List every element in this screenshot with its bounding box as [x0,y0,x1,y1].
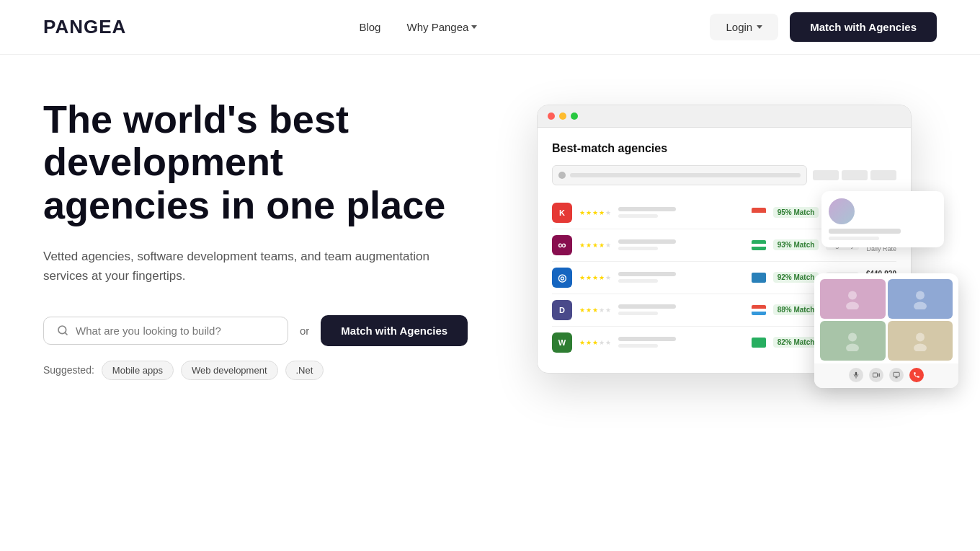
mockup-search-input-bar [570,173,801,177]
video-cell-1 [820,279,886,319]
browser-bar [538,105,911,128]
person-silhouette-3 [842,330,863,351]
or-label: or [300,325,309,337]
hero-section: The world's best development agencies in… [0,55,980,409]
svg-marker-12 [878,374,880,376]
mockup-filter-btn-3 [870,170,896,180]
person-silhouette-4 [909,330,931,351]
hero-content: The world's best development agencies in… [43,98,468,380]
search-icon [57,325,68,336]
agency-stars-5: ★★★★★ [579,339,611,346]
mockup-search-row [552,165,896,185]
svg-point-3 [846,302,859,310]
suggested-tags: Suggested: Mobile apps Web development .… [43,361,468,380]
mockup-title: Best-match agencies [552,142,896,155]
video-cell-4 [888,321,953,361]
agency-flag-5 [752,338,766,348]
search-input[interactable] [76,325,275,337]
agency-logo-5: W [552,332,572,353]
browser-dot-expand [571,113,578,120]
tag-mobile-apps[interactable]: Mobile apps [102,361,174,380]
svg-point-9 [914,344,927,352]
navbar: PANGEA Blog Why Pangea Login Match with … [0,0,980,55]
match-agencies-hero-button[interactable]: Match with Agencies [321,315,468,346]
chevron-down-icon [757,25,762,29]
tag-web-dev[interactable]: Web development [181,361,278,380]
end-call-button[interactable] [909,368,924,382]
agency-flag-2 [752,240,766,250]
mockup-filter-btn-2 [842,170,868,180]
agency-logo-2: ∞ [552,235,572,255]
hero-visual: Best-match agencies K [512,105,937,374]
screen-share-button[interactable] [889,368,904,382]
nav-links: Blog Why Pangea [359,21,477,33]
agency-sub-bar-1 [618,214,658,218]
agency-stars-3: ★★★★★ [579,274,611,281]
suggested-label: Suggested: [43,364,94,376]
chevron-down-icon [471,25,477,29]
nav-logo-area: PANGEA [43,16,126,38]
agency-stars-1: ★★★★★ [579,209,611,216]
tag-dotnet[interactable]: .Net [285,361,324,380]
agency-flag-1 [752,208,766,218]
match-agencies-nav-button[interactable]: Match with Agencies [790,12,937,42]
svg-point-2 [848,291,857,300]
login-button[interactable]: Login [710,14,778,40]
agency-stars-2: ★★★★★ [579,242,611,249]
mockup-filter-btn-1 [813,170,839,180]
browser-dot-minimize [559,113,566,120]
agency-name-bar-2 [618,239,676,244]
agency-sub-bar-2 [618,247,658,250]
nav-link-blog[interactable]: Blog [359,21,380,33]
video-cell-2 [888,279,953,319]
person-avatar [829,198,855,224]
agency-flag-3 [752,273,766,283]
mockup-search-bar [552,165,807,185]
agency-match-4: 88% Match [773,304,819,315]
agency-info-1 [618,207,744,218]
nav-actions: Login Match with Agencies [710,12,937,42]
agency-match-5: 82% Match [773,337,819,348]
agency-sub-bar-4 [618,312,658,315]
agency-match-1: 95% Match [773,207,819,218]
svg-rect-14 [894,372,899,376]
browser-dot-close [548,113,555,120]
person-silhouette-1 [842,288,863,309]
hero-subtitle: Vetted agencies, software development te… [43,247,468,286]
agency-sub-bar-5 [618,344,658,348]
agency-logo-3: ◎ [552,268,572,288]
hero-title: The world's best development agencies in… [43,98,468,226]
agency-sub-bar-3 [618,279,658,283]
mockup-filter-buttons [813,170,896,180]
search-area: or Match with Agencies [43,315,468,346]
person-title [829,237,879,240]
svg-point-6 [848,333,857,342]
svg-line-1 [65,332,67,335]
svg-point-8 [916,333,925,342]
video-grid [814,273,958,363]
agency-match-3: 92% Match [773,272,819,283]
camera-button[interactable] [869,368,883,382]
agency-match-2: 93% Match [773,239,819,250]
person-silhouette-2 [909,288,931,309]
mic-button[interactable] [849,368,863,382]
svg-point-5 [914,302,927,310]
agency-info-4 [618,304,744,315]
mockup-search-icon [558,172,566,179]
svg-rect-10 [855,372,858,376]
agency-logo-4: D [552,300,572,320]
agency-name-bar-4 [618,304,676,309]
svg-rect-13 [873,373,877,377]
svg-point-4 [916,291,925,300]
person-name [829,229,901,234]
logo[interactable]: PANGEA [43,16,126,38]
agency-stars-4: ★★★★★ [579,307,611,314]
agency-name-bar-1 [618,207,676,211]
agency-logo-1: K [552,203,572,223]
nav-link-why-pangea[interactable]: Why Pangea [406,21,477,33]
search-box[interactable] [43,317,288,345]
agency-info-3 [618,272,744,283]
agency-info-5 [618,337,744,348]
video-controls [814,363,958,388]
agency-flag-4 [752,305,766,315]
